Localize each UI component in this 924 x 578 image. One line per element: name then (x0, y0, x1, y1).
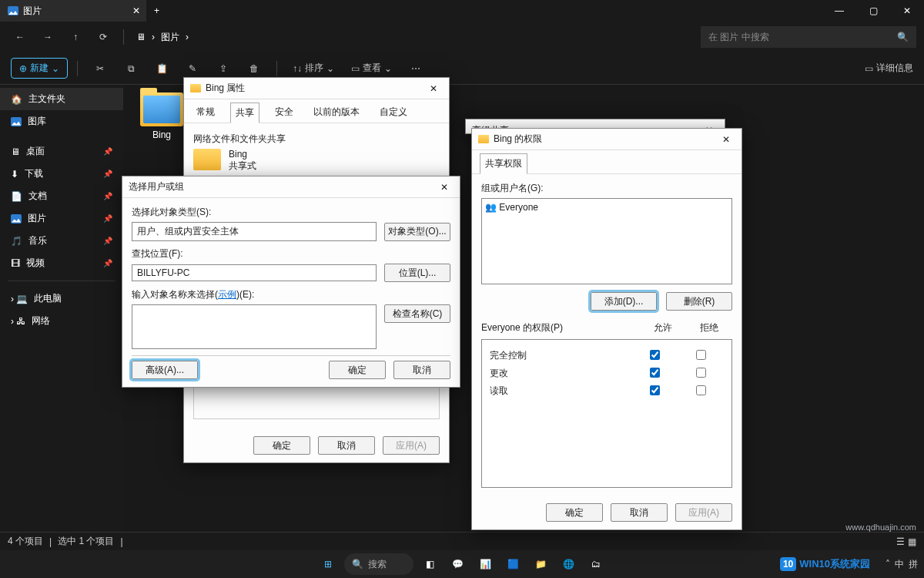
cancel-button[interactable]: 取消 (318, 436, 375, 455)
tab-general[interactable]: 常规 (192, 102, 219, 123)
details-button[interactable]: ▭ 详细信息 (865, 62, 913, 75)
tab-sharing[interactable]: 共享 (230, 102, 259, 123)
sidebar-item-downloads[interactable]: ⬇ 下载📌 (0, 163, 123, 185)
up-button[interactable]: ↑ (63, 25, 88, 49)
task-view-button[interactable]: ◧ (418, 553, 441, 576)
minimize-button[interactable]: — (822, 0, 856, 22)
allow-checkbox[interactable] (650, 350, 660, 360)
group-users-label: 组或用户名(G): (481, 182, 732, 195)
search-placeholder: 在 图片 中搜索 (708, 31, 769, 44)
add-button[interactable]: 添加(D)... (591, 292, 657, 311)
sidebar-item-pictures[interactable]: 图片📌 (0, 207, 123, 230)
object-types-button[interactable]: 对象类型(O)... (384, 223, 450, 241)
new-tab-button[interactable]: + (146, 5, 167, 16)
view-button[interactable]: ▭ 查看 ⌄ (345, 62, 398, 75)
locations-button[interactable]: 位置(L)... (384, 264, 450, 282)
logo-text: WIN10系统家园 (799, 557, 870, 571)
sidebar-item-gallery[interactable]: 图库 (0, 110, 123, 133)
remove-button[interactable]: 删除(R) (666, 292, 732, 311)
ok-button[interactable]: 确定 (329, 361, 386, 379)
deny-checkbox[interactable] (696, 368, 706, 378)
close-button[interactable]: ✕ (424, 83, 443, 94)
back-button[interactable]: ← (8, 25, 32, 49)
delete-button[interactable]: 🗑 (241, 57, 267, 80)
refresh-button[interactable]: ⟳ (91, 25, 116, 49)
check-names-button[interactable]: 检查名称(C) (384, 304, 450, 323)
share-button[interactable]: ⇪ (210, 57, 236, 80)
cut-button[interactable]: ✂ (87, 57, 113, 80)
tabstrip: 常规 共享 安全 以前的版本 自定义 (184, 99, 449, 123)
users-list[interactable]: 👥 Everyone (481, 198, 732, 284)
deny-checkbox[interactable] (696, 385, 706, 395)
sidebar-item-desktop[interactable]: 🖥 桌面📌 (0, 140, 123, 163)
taskbar-app[interactable]: 📊 (474, 553, 497, 576)
maximize-button[interactable]: ▢ (856, 0, 890, 22)
tab-customize[interactable]: 自定义 (375, 102, 412, 123)
gallery-icon (11, 117, 22, 126)
close-button[interactable]: ✕ (890, 0, 924, 22)
tab-previous-versions[interactable]: 以前的版本 (309, 102, 364, 123)
pin-icon: 📌 (103, 259, 112, 267)
paste-button[interactable]: 📋 (149, 57, 175, 80)
cancel-button[interactable]: 取消 (393, 361, 450, 379)
section-heading: 网络文件和文件夹共享 (193, 133, 440, 146)
ok-button[interactable]: 确定 (546, 503, 603, 522)
start-button[interactable]: ⊞ (316, 553, 340, 576)
watermark: www.qdhuajin.com (845, 523, 916, 532)
tab-security[interactable]: 安全 (270, 102, 298, 123)
cancel-button[interactable]: 取消 (611, 503, 668, 522)
crumb-pictures[interactable]: 图片 (161, 31, 179, 44)
rename-button[interactable]: ✎ (179, 57, 206, 80)
sidebar-item-music[interactable]: 🎵 音乐📌 (0, 230, 123, 252)
taskbar-app[interactable]: 🗂 (584, 553, 608, 576)
view-list-button[interactable]: ☰ (896, 536, 905, 547)
allow-checkbox[interactable] (650, 368, 660, 378)
branding: 10 WIN10系统家园 (780, 557, 870, 571)
sidebar-item-network[interactable]: › 🖧 网络 (0, 310, 123, 332)
dialog-title: Bing 的权限 (494, 133, 542, 146)
window-tab[interactable]: 图片 ✕ (0, 0, 146, 22)
taskbar-app[interactable]: 💬 (446, 553, 469, 576)
examples-link[interactable]: 示例 (218, 289, 236, 300)
object-type-field[interactable]: 用户、组或内置安全主体 (132, 222, 377, 241)
deny-checkbox[interactable] (696, 350, 706, 360)
taskbar-app-explorer[interactable]: 📁 (529, 553, 552, 576)
permission-for-label: Everyone 的权限(P) (481, 321, 640, 334)
close-button[interactable]: ✕ (717, 134, 735, 145)
pin-icon: 📌 (103, 214, 112, 223)
taskbar-search[interactable]: 🔍 搜索 (344, 553, 413, 575)
navbar: ← → ↑ ⟳ 🖥 › 图片 › 在 图片 中搜索 🔍 (0, 22, 924, 52)
sort-button[interactable]: ↑↓ 排序 ⌄ (286, 62, 340, 75)
plus-icon: ⊕ (19, 63, 27, 74)
apply-button[interactable]: 应用(A) (675, 503, 732, 522)
search-input[interactable]: 在 图片 中搜索 🔍 (701, 26, 916, 48)
view-grid-button[interactable]: ▦ (908, 536, 916, 547)
names-textarea[interactable] (132, 304, 377, 349)
advanced-button[interactable]: 高级(A)... (132, 361, 198, 379)
taskbar-app-edge[interactable]: 🌐 (557, 553, 580, 576)
sidebar-item-thispc[interactable]: › 💻 此电脑 (0, 287, 123, 310)
share-mode: 共享式 (229, 160, 256, 173)
copy-button[interactable]: ⧉ (118, 57, 144, 80)
select-user-group-dialog: 选择用户或组 ✕ 选择此对象类型(S): 用户、组或内置安全主体 对象类型(O)… (122, 176, 460, 388)
separator (8, 281, 116, 281)
sidebar-item-home[interactable]: 🏠 主文件夹 (0, 88, 123, 110)
sidebar-item-documents[interactable]: 📄 文档📌 (0, 185, 123, 207)
new-button[interactable]: ⊕ 新建 ⌄ (11, 58, 68, 79)
taskbar-tray[interactable]: ˄ 中 拼 (886, 558, 918, 571)
selection-count: 选中 1 个项目 (58, 535, 114, 548)
tab-sharing-permissions[interactable]: 共享权限 (480, 153, 527, 174)
more-button[interactable]: ⋯ (403, 57, 429, 80)
location-field[interactable]: BILLYFU-PC (132, 264, 377, 281)
forward-button[interactable]: → (35, 25, 60, 49)
tab-close-icon[interactable]: ✕ (132, 5, 140, 16)
sidebar-item-videos[interactable]: 🎞 视频📌 (0, 252, 123, 274)
breadcrumb[interactable]: 🖥 › 图片 › (132, 31, 193, 44)
ok-button[interactable]: 确定 (253, 436, 310, 455)
allow-checkbox[interactable] (650, 385, 660, 395)
list-item-everyone[interactable]: 👥 Everyone (485, 202, 728, 213)
perm-row-change: 更改 (490, 367, 724, 380)
apply-button[interactable]: 应用(A) (383, 436, 440, 455)
taskbar-app[interactable]: 🟦 (501, 553, 524, 576)
close-button[interactable]: ✕ (435, 182, 454, 193)
